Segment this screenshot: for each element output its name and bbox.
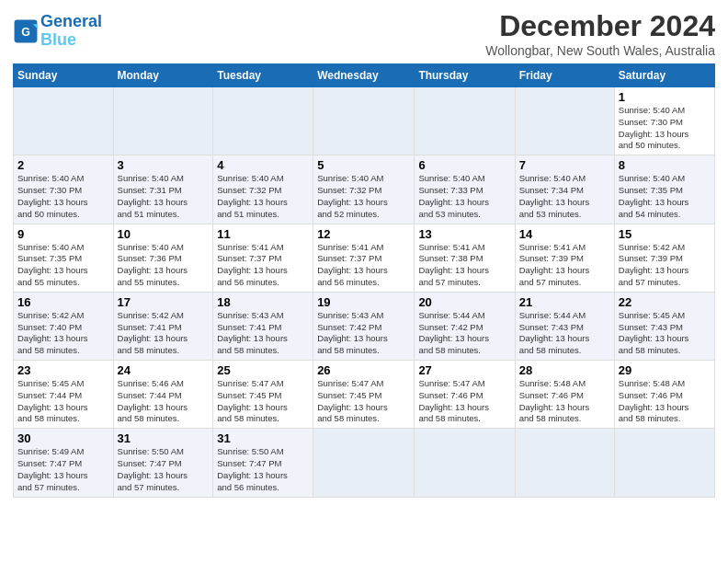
day-number: 13 [418,227,510,241]
calendar-cell: 19Sunrise: 5:43 AMSunset: 7:42 PMDayligh… [313,292,415,360]
week-row-4: 16Sunrise: 5:42 AMSunset: 7:40 PMDayligh… [14,292,715,360]
calendar-cell: 29Sunrise: 5:48 AMSunset: 7:46 PMDayligh… [614,361,714,429]
week-row-3: 9Sunrise: 5:40 AMSunset: 7:35 PMDaylight… [14,224,715,292]
day-number: 21 [519,295,610,309]
day-info: Sunrise: 5:42 AMSunset: 7:40 PMDaylight:… [17,310,88,355]
week-row-2: 2Sunrise: 5:40 AMSunset: 7:30 PMDaylight… [14,155,715,224]
calendar-cell: 7Sunrise: 5:40 AMSunset: 7:34 PMDaylight… [515,155,614,224]
calendar-cell [614,429,714,497]
weekday-header-saturday: Saturday [614,64,714,87]
day-number: 28 [519,363,610,377]
calendar-cell: 4Sunrise: 5:40 AMSunset: 7:32 PMDaylight… [213,155,313,224]
day-info: Sunrise: 5:42 AMSunset: 7:39 PMDaylight:… [619,242,689,287]
calendar-cell: 20Sunrise: 5:44 AMSunset: 7:42 PMDayligh… [415,292,515,360]
main-container: G General Blue December 2024 Wollongbar,… [0,0,728,507]
day-info: Sunrise: 5:48 AMSunset: 7:46 PMDaylight:… [619,378,689,423]
calendar-cell [14,87,114,155]
calendar-cell: 18Sunrise: 5:43 AMSunset: 7:41 PMDayligh… [213,292,313,360]
calendar-cell: 2Sunrise: 5:40 AMSunset: 7:30 PMDaylight… [14,155,114,224]
calendar-cell: 21Sunrise: 5:44 AMSunset: 7:43 PMDayligh… [515,292,614,360]
header: G General Blue December 2024 Wollongbar,… [13,9,715,58]
calendar-cell [213,87,313,155]
day-info: Sunrise: 5:40 AMSunset: 7:36 PMDaylight:… [118,242,188,287]
day-number: 7 [519,158,610,172]
day-number: 3 [118,158,210,172]
day-number: 5 [317,158,410,172]
day-info: Sunrise: 5:49 AMSunset: 7:47 PMDaylight:… [17,446,88,491]
logo-blue: Blue [40,30,76,49]
day-info: Sunrise: 5:41 AMSunset: 7:37 PMDaylight:… [217,242,288,287]
day-number: 10 [118,227,210,241]
day-number: 23 [17,363,109,377]
day-info: Sunrise: 5:50 AMSunset: 7:47 PMDaylight:… [217,446,288,491]
calendar-cell: 25Sunrise: 5:47 AMSunset: 7:45 PMDayligh… [213,361,313,429]
calendar-cell: 23Sunrise: 5:45 AMSunset: 7:44 PMDayligh… [14,361,114,429]
day-number: 14 [519,227,610,241]
location: Wollongbar, New South Wales, Australia [485,43,715,58]
day-number: 29 [619,363,711,377]
logo-general: General [40,12,102,30]
week-row-6: 30Sunrise: 5:49 AMSunset: 7:47 PMDayligh… [14,429,715,497]
calendar-cell: 26Sunrise: 5:47 AMSunset: 7:45 PMDayligh… [313,361,415,429]
calendar-table: SundayMondayTuesdayWednesdayThursdayFrid… [13,63,715,498]
day-info: Sunrise: 5:45 AMSunset: 7:43 PMDaylight:… [619,310,689,355]
calendar-cell: 12Sunrise: 5:41 AMSunset: 7:37 PMDayligh… [313,224,415,292]
svg-text:G: G [21,25,30,38]
week-row-5: 23Sunrise: 5:45 AMSunset: 7:44 PMDayligh… [14,361,715,429]
calendar-cell: 6Sunrise: 5:40 AMSunset: 7:33 PMDaylight… [415,155,515,224]
day-number: 9 [17,227,109,241]
weekday-header-thursday: Thursday [415,64,515,87]
day-number: 22 [619,295,711,309]
calendar-cell [515,87,614,155]
weekday-header-row: SundayMondayTuesdayWednesdayThursdayFrid… [14,64,715,87]
day-info: Sunrise: 5:41 AMSunset: 7:37 PMDaylight:… [317,242,388,287]
day-info: Sunrise: 5:41 AMSunset: 7:38 PMDaylight:… [418,242,489,287]
calendar-cell: 1Sunrise: 5:40 AMSunset: 7:30 PMDaylight… [614,87,714,155]
day-info: Sunrise: 5:46 AMSunset: 7:44 PMDaylight:… [118,378,188,423]
day-number: 31 [217,431,309,445]
calendar-cell: 27Sunrise: 5:47 AMSunset: 7:46 PMDayligh… [415,361,515,429]
calendar-cell [113,87,213,155]
calendar-cell: 13Sunrise: 5:41 AMSunset: 7:38 PMDayligh… [415,224,515,292]
day-number: 20 [418,295,510,309]
calendar-cell: 22Sunrise: 5:45 AMSunset: 7:43 PMDayligh… [614,292,714,360]
calendar-cell: 28Sunrise: 5:48 AMSunset: 7:46 PMDayligh… [515,361,614,429]
day-info: Sunrise: 5:40 AMSunset: 7:33 PMDaylight:… [418,173,489,218]
day-info: Sunrise: 5:43 AMSunset: 7:42 PMDaylight:… [317,310,388,355]
day-info: Sunrise: 5:47 AMSunset: 7:45 PMDaylight:… [317,378,388,423]
day-number: 6 [418,158,510,172]
calendar-cell [415,87,515,155]
day-info: Sunrise: 5:40 AMSunset: 7:30 PMDaylight:… [17,173,88,218]
day-info: Sunrise: 5:50 AMSunset: 7:47 PMDaylight:… [118,446,188,491]
weekday-header-friday: Friday [515,64,614,87]
calendar-cell: 16Sunrise: 5:42 AMSunset: 7:40 PMDayligh… [14,292,114,360]
month-title: December 2024 [485,9,715,43]
calendar-cell: 15Sunrise: 5:42 AMSunset: 7:39 PMDayligh… [614,224,714,292]
day-number: 11 [217,227,309,241]
weekday-header-sunday: Sunday [14,64,114,87]
logo-text: General Blue [40,13,102,50]
calendar-cell: 5Sunrise: 5:40 AMSunset: 7:32 PMDaylight… [313,155,415,224]
day-number: 16 [17,295,109,309]
weekday-header-tuesday: Tuesday [213,64,313,87]
day-info: Sunrise: 5:48 AMSunset: 7:46 PMDaylight:… [519,378,590,423]
day-number: 1 [619,90,711,104]
day-info: Sunrise: 5:40 AMSunset: 7:32 PMDaylight:… [217,173,288,218]
calendar-cell: 17Sunrise: 5:42 AMSunset: 7:41 PMDayligh… [113,292,213,360]
day-info: Sunrise: 5:43 AMSunset: 7:41 PMDaylight:… [217,310,288,355]
calendar-cell: 8Sunrise: 5:40 AMSunset: 7:35 PMDaylight… [614,155,714,224]
day-info: Sunrise: 5:40 AMSunset: 7:35 PMDaylight:… [17,242,88,287]
day-info: Sunrise: 5:42 AMSunset: 7:41 PMDaylight:… [118,310,188,355]
week-row-1: 1Sunrise: 5:40 AMSunset: 7:30 PMDaylight… [14,87,715,155]
day-info: Sunrise: 5:44 AMSunset: 7:42 PMDaylight:… [418,310,489,355]
weekday-header-monday: Monday [113,64,213,87]
day-number: 17 [118,295,210,309]
calendar-cell: 31Sunrise: 5:50 AMSunset: 7:47 PMDayligh… [113,429,213,497]
day-number: 31 [118,431,210,445]
day-number: 12 [317,227,410,241]
calendar-cell: 9Sunrise: 5:40 AMSunset: 7:35 PMDaylight… [14,224,114,292]
day-info: Sunrise: 5:40 AMSunset: 7:35 PMDaylight:… [619,173,689,218]
calendar-cell: 30Sunrise: 5:49 AMSunset: 7:47 PMDayligh… [14,429,114,497]
day-info: Sunrise: 5:45 AMSunset: 7:44 PMDaylight:… [17,378,88,423]
day-number: 24 [118,363,210,377]
